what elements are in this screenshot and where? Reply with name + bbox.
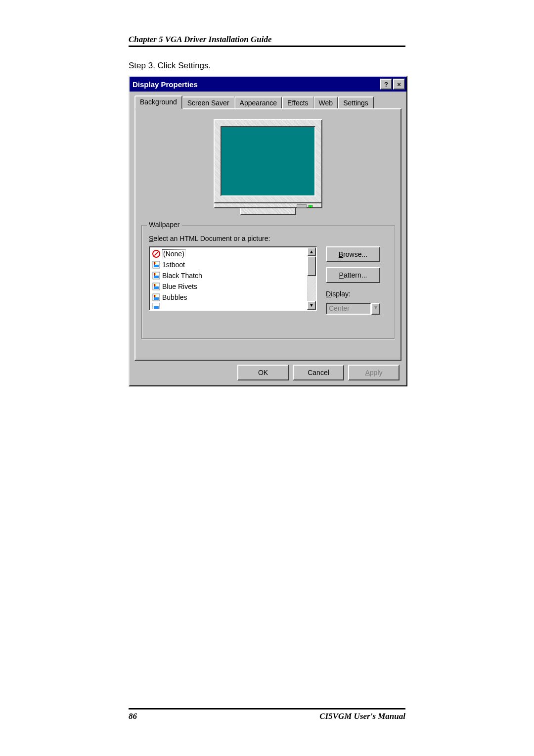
step-text: Step 3. Click Settings. — [129, 61, 405, 71]
svg-rect-11 — [154, 284, 155, 286]
list-item[interactable]: Blue Rivets — [151, 281, 306, 292]
svg-rect-13 — [154, 297, 159, 300]
titlebar: Display Properties ? × — [130, 77, 406, 92]
bmp-icon — [152, 293, 160, 301]
close-button[interactable]: × — [393, 79, 405, 90]
dialog-title: Display Properties — [133, 80, 379, 89]
scroll-down-button[interactable]: ▼ — [307, 301, 316, 310]
combo-dropdown-button: ▼ — [371, 303, 380, 315]
svg-rect-15 — [154, 295, 155, 297]
tab-effects[interactable]: Effects — [282, 96, 314, 108]
svg-rect-1 — [154, 265, 159, 267]
browse-button[interactable]: Browse... — [326, 246, 380, 262]
bmp-icon — [152, 283, 160, 290]
wallpaper-group-label: Wallpaper — [147, 221, 182, 229]
page-number: 86 — [129, 711, 137, 721]
help-button[interactable]: ? — [380, 79, 392, 90]
tab-appearance[interactable]: Appearance — [234, 96, 283, 108]
manual-title: CI5VGM User's Manual — [319, 711, 405, 721]
page-footer: 86 CI5VGM User's Manual — [129, 708, 405, 721]
bmp-icon — [152, 261, 160, 269]
svg-rect-5 — [154, 276, 159, 278]
list-item[interactable]: Bubbles — [151, 292, 306, 303]
display-combo: Center ▼ — [326, 303, 380, 315]
list-item[interactable]: Black Thatch — [151, 270, 306, 281]
listbox-scrollbar[interactable]: ▲ ▼ — [307, 247, 316, 310]
display-value: Center — [326, 303, 371, 315]
tab-settings[interactable]: Settings — [338, 96, 374, 108]
ok-button[interactable]: OK — [237, 365, 289, 380]
svg-rect-17 — [154, 306, 159, 309]
tab-screen-saver[interactable]: Screen Saver — [182, 96, 235, 108]
list-item[interactable] — [151, 303, 306, 309]
chapter-header: Chapter 5 VGA Driver Installation Guide — [129, 35, 405, 47]
pattern-button[interactable]: Pattern... — [326, 267, 380, 283]
tabstrip: Background Screen Saver Appearance Effec… — [134, 95, 401, 108]
list-item-none[interactable]: (None) — [151, 248, 306, 259]
select-label: Select an HTML Document or a picture: — [149, 235, 387, 242]
scroll-up-button[interactable]: ▲ — [307, 247, 316, 256]
tab-panel: Wallpaper Select an HTML Document or a p… — [134, 108, 401, 361]
display-properties-dialog: Display Properties ? × Background Screen… — [129, 76, 407, 386]
wallpaper-listbox[interactable]: (None) 1stboot Black Thatch — [149, 246, 317, 311]
list-item[interactable]: 1stboot — [151, 259, 306, 270]
monitor-preview — [214, 119, 322, 215]
svg-rect-3 — [154, 262, 155, 265]
svg-rect-7 — [154, 273, 155, 276]
svg-rect-9 — [154, 286, 159, 289]
display-label: Display: — [326, 290, 380, 298]
wallpaper-group: Wallpaper Select an HTML Document or a p… — [141, 225, 395, 339]
tab-web[interactable]: Web — [313, 96, 339, 108]
monitor-screen — [221, 126, 315, 196]
tab-background[interactable]: Background — [134, 95, 182, 109]
bmp-icon — [152, 303, 160, 309]
apply-button: Apply — [348, 365, 400, 380]
scroll-thumb[interactable] — [307, 256, 316, 276]
cancel-button[interactable]: Cancel — [293, 365, 344, 380]
none-icon — [152, 250, 160, 258]
bmp-icon — [152, 272, 160, 280]
